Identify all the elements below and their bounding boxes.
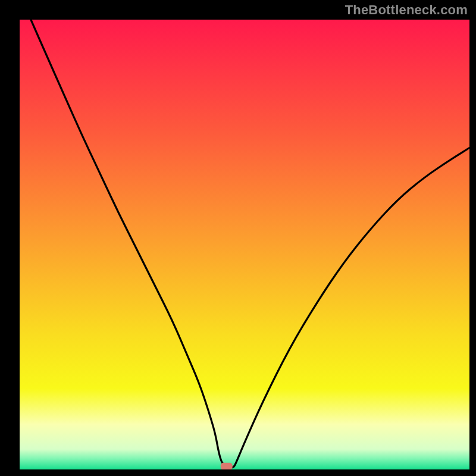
watermark-text: TheBottleneck.com — [345, 2, 468, 18]
optimum-marker — [221, 463, 233, 470]
plot-svg — [0, 0, 476, 476]
gradient-background — [20, 20, 469, 469]
chart-frame: TheBottleneck.com — [0, 0, 476, 476]
